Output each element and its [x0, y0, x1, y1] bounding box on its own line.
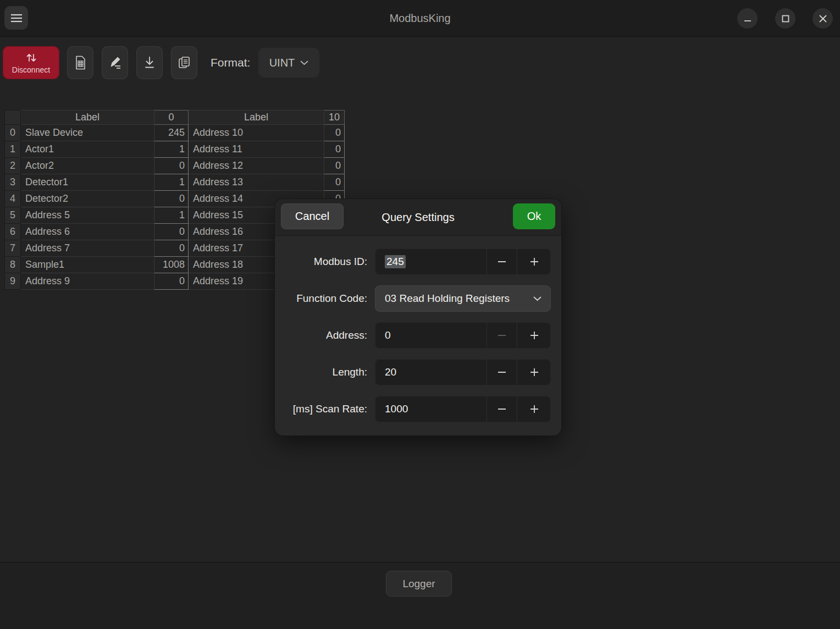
scan-rate-increment-button[interactable] — [517, 396, 551, 422]
disconnect-button[interactable]: Disconnect — [3, 46, 59, 79]
titlebar: ModbusKing — [0, 0, 840, 37]
header-label-1[interactable]: Label — [21, 111, 154, 125]
address-label: Address: — [275, 329, 367, 341]
toolbar: Disconnect — [0, 37, 840, 89]
scan-rate-row: [ms] Scan Rate: 1000 — [275, 396, 551, 422]
minus-icon — [497, 330, 507, 340]
maximize-button[interactable] — [775, 8, 795, 29]
function-code-label: Function Code: — [275, 293, 367, 305]
label-cell[interactable]: Address 11 — [189, 141, 324, 158]
minimize-icon — [744, 15, 751, 23]
download-button[interactable] — [136, 46, 163, 79]
header-label-2[interactable]: Label — [189, 111, 324, 125]
chevron-down-icon — [300, 60, 308, 65]
value-cell[interactable]: 0 — [324, 174, 345, 191]
minimize-button[interactable] — [737, 8, 758, 29]
table-row: 1Actor11Address 110 — [5, 141, 345, 158]
row-index-cell: 0 — [5, 125, 21, 141]
disconnect-button-label: Disconnect — [12, 65, 50, 74]
value-cell[interactable]: 1 — [154, 141, 189, 158]
length-row: Length: 20 — [275, 359, 551, 385]
address-increment-button[interactable] — [517, 322, 551, 349]
value-cell[interactable]: 0 — [324, 141, 345, 158]
row-index-cell: 5 — [5, 207, 21, 224]
address-spinbox[interactable]: 0 — [375, 322, 551, 349]
address-value[interactable]: 0 — [375, 322, 487, 349]
dialog-header: Query Settings Cancel Ok — [275, 199, 561, 236]
minus-icon — [497, 367, 507, 377]
plus-icon — [529, 404, 539, 414]
edit-button[interactable] — [102, 46, 128, 79]
cancel-button[interactable]: Cancel — [281, 203, 344, 229]
plus-icon — [529, 257, 539, 267]
row-index-cell: 1 — [5, 141, 21, 158]
value-cell[interactable]: 245 — [154, 125, 189, 141]
row-index-cell: 6 — [5, 224, 21, 240]
chevron-down-icon — [533, 296, 541, 301]
modbus-id-spinbox[interactable]: 245 — [375, 249, 551, 275]
register-table-header: Label 0 Label 10 — [5, 111, 345, 125]
table-row: 3Detector11Address 130 — [5, 174, 345, 191]
label-cell[interactable]: Detector2 — [21, 191, 154, 207]
row-index-cell: 9 — [5, 273, 21, 290]
plus-icon — [529, 330, 539, 340]
function-code-value: 03 Read Holding Registers — [375, 285, 533, 312]
value-cell[interactable]: 0 — [154, 158, 189, 174]
label-cell[interactable]: Slave Device — [21, 125, 154, 141]
scan-rate-value[interactable]: 1000 — [375, 396, 487, 422]
value-cell[interactable]: 1 — [154, 174, 189, 191]
value-cell[interactable]: 0 — [324, 158, 345, 174]
modbus-id-label: Modbus ID: — [275, 256, 367, 268]
address-row: Address: 0 — [275, 322, 551, 349]
value-cell[interactable]: 0 — [154, 224, 189, 240]
length-decrement-button[interactable] — [487, 359, 517, 385]
download-icon — [143, 56, 156, 70]
maximize-icon — [782, 15, 789, 23]
logger-button[interactable]: Logger — [386, 571, 452, 597]
scan-rate-spinbox[interactable]: 1000 — [375, 396, 551, 422]
label-cell[interactable]: Actor2 — [21, 158, 154, 174]
label-cell[interactable]: Address 9 — [21, 273, 154, 290]
modbus-id-value[interactable]: 245 — [385, 255, 406, 268]
label-cell[interactable]: Address 13 — [189, 174, 324, 191]
label-cell[interactable]: Sample1 — [21, 257, 154, 273]
modbus-id-increment-button[interactable] — [517, 249, 551, 275]
spreadsheet-button[interactable] — [67, 46, 93, 79]
scan-rate-label: [ms] Scan Rate: — [275, 403, 367, 415]
value-cell[interactable]: 1 — [154, 207, 189, 224]
value-cell[interactable]: 1008 — [154, 257, 189, 273]
format-dropdown[interactable]: UINT — [258, 48, 319, 78]
value-cell[interactable]: 0 — [154, 273, 189, 290]
modbus-id-decrement-button[interactable] — [487, 249, 517, 275]
close-button[interactable] — [813, 8, 833, 29]
bottom-bar: Logger — [0, 562, 840, 629]
table-row: 2Actor20Address 120 — [5, 158, 345, 174]
header-value-1[interactable]: 0 — [154, 111, 189, 125]
label-cell[interactable]: Address 7 — [21, 240, 154, 257]
header-value-2[interactable]: 10 — [324, 111, 345, 125]
label-cell[interactable]: Actor1 — [21, 141, 154, 158]
label-cell[interactable]: Address 6 — [21, 224, 154, 240]
label-cell[interactable]: Address 10 — [189, 125, 324, 141]
address-decrement-button[interactable] — [487, 322, 517, 349]
length-value[interactable]: 20 — [375, 359, 487, 385]
length-increment-button[interactable] — [517, 359, 551, 385]
function-code-dropdown[interactable]: 03 Read Holding Registers — [375, 285, 551, 312]
label-cell[interactable]: Detector1 — [21, 174, 154, 191]
copy-button[interactable] — [171, 46, 197, 79]
scan-rate-decrement-button[interactable] — [487, 396, 517, 422]
minus-icon — [497, 404, 507, 414]
table-row: 0Slave Device245Address 100 — [5, 125, 345, 141]
label-cell[interactable]: Address 5 — [21, 207, 154, 224]
value-cell[interactable]: 0 — [154, 191, 189, 207]
label-cell[interactable]: Address 12 — [189, 158, 324, 174]
app-window: ModbusKing Disconnect — [0, 0, 840, 629]
format-label: Format: — [211, 46, 250, 79]
query-settings-dialog: Query Settings Cancel Ok Modbus ID: 245 — [275, 199, 561, 435]
header-index — [5, 111, 21, 125]
value-cell[interactable]: 0 — [324, 125, 345, 141]
value-cell[interactable]: 0 — [154, 240, 189, 257]
length-label: Length: — [275, 366, 367, 378]
length-spinbox[interactable]: 20 — [375, 359, 551, 385]
ok-button[interactable]: Ok — [513, 203, 555, 229]
